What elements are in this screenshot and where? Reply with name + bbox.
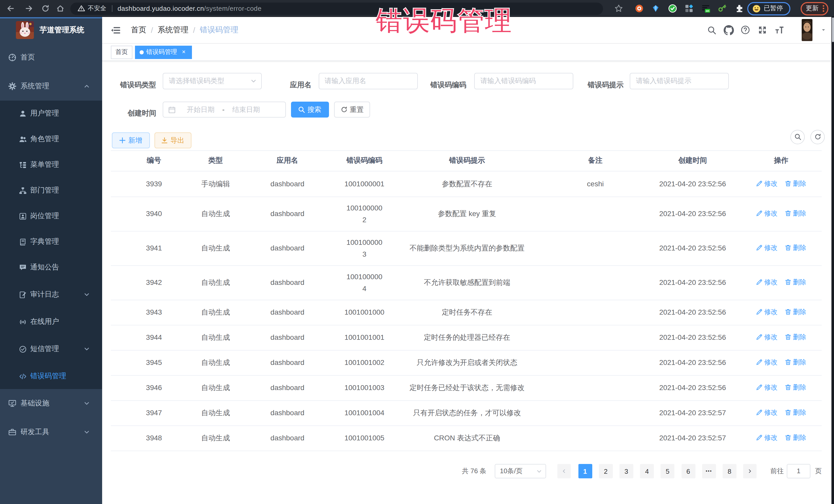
sidebar-item-用户管理[interactable]: 用户管理 xyxy=(0,101,102,126)
sidebar-item-错误码管理[interactable]: 错误码管理 xyxy=(0,364,102,389)
reset-button[interactable]: 重置 xyxy=(334,102,370,117)
delete-link[interactable]: 删除 xyxy=(785,242,806,254)
pager-ellipsis[interactable]: ••• xyxy=(702,464,716,478)
filter-msg-input[interactable]: 请输入错误码提示 xyxy=(630,73,729,89)
sidebar-item-短信管理[interactable]: 短信管理 xyxy=(0,335,102,364)
cell-id: 3941 xyxy=(111,231,197,265)
tag-错误码管理[interactable]: 错误码管理× xyxy=(135,45,192,59)
ext-puzzle-icon[interactable] xyxy=(735,4,743,13)
filter-app-input[interactable]: 请输入应用名 xyxy=(319,73,418,89)
ext-green-icon[interactable] xyxy=(668,4,677,13)
breadcrumb-system[interactable]: 系统管理 xyxy=(158,25,188,35)
cell-msg: 定时任务的处理器已经存在 xyxy=(388,325,546,350)
breadcrumb-separator: / xyxy=(151,26,153,35)
edit-link[interactable]: 修改 xyxy=(756,306,777,318)
github-icon[interactable] xyxy=(720,17,737,43)
prev-page-button[interactable] xyxy=(557,464,571,478)
header-search-icon[interactable] xyxy=(703,17,720,43)
address-bar[interactable]: 不安全 dashboard.yudao.iocoder.cn/system/er… xyxy=(70,2,603,15)
edit-link[interactable]: 修改 xyxy=(756,276,777,288)
edit-link[interactable]: 修改 xyxy=(756,331,777,343)
url-text[interactable]: dashboard.yudao.iocoder.cn/system/error-… xyxy=(117,5,262,12)
sidebar-item-系统管理[interactable]: 系统管理 xyxy=(0,72,102,101)
chevron-down-icon xyxy=(250,78,257,84)
edit-link[interactable]: 修改 xyxy=(756,177,777,189)
filter-code-input[interactable]: 请输入错误码编码 xyxy=(474,73,573,89)
sidebar-item-部门管理[interactable]: 部门管理 xyxy=(0,178,102,203)
page-button-4[interactable]: 4 xyxy=(640,464,654,478)
goto-page-input[interactable]: 1 xyxy=(787,464,810,478)
sidebar-item-菜单管理[interactable]: 菜单管理 xyxy=(0,152,102,178)
refresh-table-button[interactable] xyxy=(810,130,825,144)
toggle-search-button[interactable] xyxy=(790,130,805,144)
ext-key-icon[interactable] xyxy=(718,4,727,13)
update-chip[interactable]: 更新 xyxy=(800,2,828,15)
edit-link[interactable]: 修改 xyxy=(756,407,777,418)
sidebar-item-通知公告[interactable]: 通知公告 xyxy=(0,255,102,280)
breadcrumb-home[interactable]: 首页 xyxy=(131,25,146,35)
delete-link[interactable]: 删除 xyxy=(785,356,806,368)
delete-link[interactable]: 删除 xyxy=(785,306,806,318)
cell-app: dashboard xyxy=(234,197,341,231)
add-button[interactable]: 新增 xyxy=(112,132,150,148)
filter-date-range[interactable]: 开始日期 - 结束日期 xyxy=(163,102,286,117)
avatar-caret-icon[interactable] xyxy=(819,17,828,43)
forward-icon[interactable] xyxy=(25,4,34,13)
edit-link[interactable]: 修改 xyxy=(756,242,777,254)
browser-menu-icon[interactable] xyxy=(823,5,824,12)
page-size-select[interactable]: 10条/页 xyxy=(495,464,546,478)
ext-gem-icon[interactable] xyxy=(651,4,660,13)
ext-lines-on-icon[interactable]: on xyxy=(701,4,710,13)
sidebar-item-在线用户[interactable]: 在线用户 xyxy=(0,309,102,335)
font-size-icon[interactable] xyxy=(771,17,788,43)
sidebar-item-研发工具[interactable]: 研发工具 xyxy=(0,418,102,446)
ext-squares-icon[interactable] xyxy=(685,4,694,13)
sidebar-toggle-icon[interactable] xyxy=(111,25,120,35)
delete-link[interactable]: 删除 xyxy=(785,331,806,343)
avatar[interactable] xyxy=(802,19,812,41)
fullscreen-icon[interactable] xyxy=(754,17,771,43)
search-button[interactable]: 搜索 xyxy=(291,102,329,117)
warning-icon xyxy=(78,5,85,12)
security-label[interactable]: 不安全 xyxy=(88,4,106,13)
page-button-1[interactable]: 1 xyxy=(578,464,592,478)
delete-link[interactable]: 删除 xyxy=(785,276,806,288)
scrollbar-thumb[interactable] xyxy=(832,18,834,42)
edit-link[interactable]: 修改 xyxy=(756,432,777,443)
export-button[interactable]: 导出 xyxy=(154,132,191,148)
page-button-3[interactable]: 3 xyxy=(619,464,633,478)
sidebar-item-首页[interactable]: 首页 xyxy=(0,43,102,72)
delete-link[interactable]: 删除 xyxy=(785,381,806,393)
page-button-8[interactable]: 8 xyxy=(723,464,737,478)
sidebar-logo[interactable]: 芋道管理系统 xyxy=(0,17,102,43)
help-icon[interactable] xyxy=(737,17,754,43)
edit-link[interactable]: 修改 xyxy=(756,356,777,368)
page-button-2[interactable]: 2 xyxy=(599,464,613,478)
page-button-5[interactable]: 5 xyxy=(661,464,675,478)
page-button-6[interactable]: 6 xyxy=(681,464,695,478)
tag-close-icon[interactable]: × xyxy=(180,48,187,56)
sidebar-item-基础设施[interactable]: 基础设施 xyxy=(0,389,102,418)
ext-orange-icon[interactable] xyxy=(635,4,643,13)
reload-icon[interactable] xyxy=(41,4,50,13)
home-icon[interactable] xyxy=(56,4,65,13)
sidebar-item-角色管理[interactable]: 角色管理 xyxy=(0,126,102,152)
edit-icon xyxy=(756,384,763,391)
next-page-button[interactable] xyxy=(743,464,756,478)
delete-link[interactable]: 删除 xyxy=(785,407,806,418)
sidebar-item-岗位管理[interactable]: 岗位管理 xyxy=(0,203,102,229)
sidebar-item-审计日志[interactable]: 审计日志 xyxy=(0,280,102,309)
delete-link[interactable]: 删除 xyxy=(785,432,806,443)
back-icon[interactable] xyxy=(6,4,15,13)
edit-link[interactable]: 修改 xyxy=(756,381,777,393)
delete-link[interactable]: 删除 xyxy=(785,207,806,219)
sidebar-item-字典管理[interactable]: 字典管理 xyxy=(0,229,102,255)
tag-首页[interactable]: 首页 xyxy=(111,45,132,59)
paused-chip[interactable]: 已暂停 xyxy=(747,2,790,15)
table-row-3939: 3939手动编辑dashboard1001000001参数配置不存在ceshi2… xyxy=(111,171,822,197)
star-icon[interactable] xyxy=(614,4,623,13)
delete-link[interactable]: 删除 xyxy=(785,177,806,189)
edit-link[interactable]: 修改 xyxy=(756,207,777,219)
scrollbar[interactable] xyxy=(831,17,834,504)
filter-type-select[interactable]: 请选择错误码类型 xyxy=(163,73,262,89)
